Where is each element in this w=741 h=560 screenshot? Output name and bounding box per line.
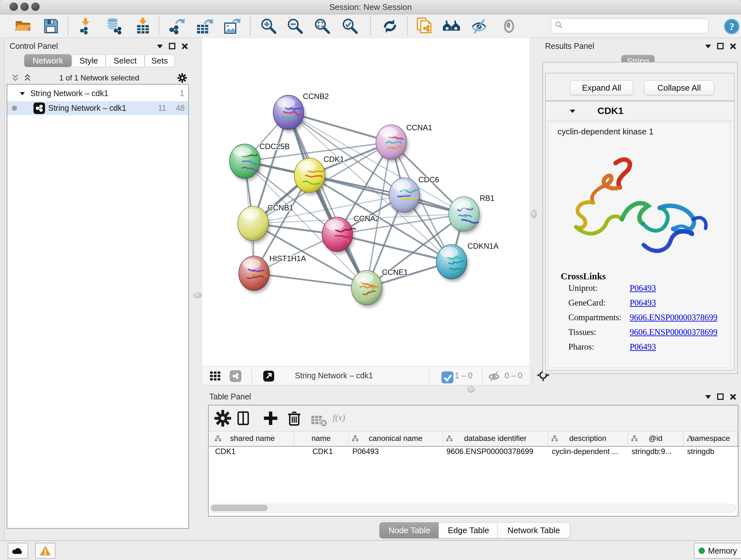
preview-eye-button[interactable] (499, 16, 519, 36)
search-input[interactable] (566, 21, 708, 30)
column-header-@id[interactable]: @id (628, 431, 684, 446)
crosslink-value-link[interactable]: P06493 (630, 283, 656, 293)
hidden-node-edge-counts: 0 – 0 (504, 371, 522, 380)
close-icon[interactable] (729, 42, 737, 51)
collapse-all-icon[interactable] (11, 73, 19, 82)
gene-header-row[interactable]: CDK1 (546, 102, 734, 120)
home-button[interactable] (442, 16, 461, 36)
network-collection-row[interactable]: String Network – cdk1 1 (7, 86, 188, 101)
share-document-button[interactable] (414, 16, 434, 36)
right-splitter-handle[interactable] (531, 210, 537, 218)
toggle-hide-button[interactable] (469, 16, 489, 36)
hidden-eye-slash-icon[interactable] (487, 369, 501, 383)
network-row-selected[interactable]: String Network – cdk1 11 48 (7, 101, 188, 115)
zoom-in-button[interactable] (259, 16, 279, 36)
panel-menu-icon[interactable] (704, 42, 712, 51)
selected-checkbox-icon[interactable] (441, 371, 452, 381)
network-node-CCNA2[interactable]: CCNA2 (322, 214, 380, 254)
expand-all-button[interactable]: Expand All (570, 80, 633, 95)
undock-icon[interactable] (717, 42, 725, 51)
warning-icon (39, 545, 51, 556)
open-session-button[interactable] (13, 16, 33, 36)
cloud-button[interactable] (8, 543, 28, 559)
network-node-count: 11 (158, 104, 166, 113)
string-share-icon[interactable] (229, 369, 242, 383)
crosslink-value-link[interactable]: 9606.ENSP00000378699 (630, 313, 718, 322)
table-cell[interactable]: CDK1 (297, 447, 348, 460)
zoom-out-button[interactable] (285, 16, 305, 36)
left-splitter-handle[interactable] (193, 293, 202, 298)
column-header-name[interactable]: name (293, 431, 349, 446)
tab-style[interactable]: Style (72, 54, 106, 67)
collection-expander-icon[interactable] (19, 90, 26, 97)
show-columns-icon[interactable] (234, 409, 252, 427)
import-table-from-file-button[interactable] (133, 16, 153, 36)
column-header-description[interactable]: description (548, 431, 628, 446)
column-header-canonical-name[interactable]: canonical name (348, 431, 443, 446)
main-toolbar: ? (0, 14, 741, 38)
network-node-CCNB1[interactable]: CCNB1 (238, 203, 293, 243)
delete-column-icon[interactable] (285, 409, 303, 427)
network-node-CDKN1A[interactable]: CDKN1A (436, 242, 498, 282)
scrollbar-thumb[interactable] (211, 505, 268, 511)
bottom-splitter-handle[interactable] (468, 386, 475, 393)
birds-eye-grid-icon[interactable] (208, 369, 222, 383)
import-network-from-file-button[interactable] (76, 16, 95, 36)
panel-menu-icon[interactable] (704, 393, 712, 401)
table-cell[interactable]: 9606.ENSP00000378699 (447, 447, 547, 460)
tab-edge-table[interactable]: Edge Table (439, 522, 498, 538)
crosslink-value-link[interactable]: P06493 (630, 342, 656, 352)
network-node-CCNE1[interactable]: CCNE1 (351, 268, 408, 307)
tab-network[interactable]: Network (24, 54, 71, 67)
crosslink-row: Compartments: 9606.ENSP00000378699 (568, 313, 722, 327)
memory-button[interactable]: Memory (694, 543, 741, 559)
network-canvas[interactable]: CCNB2CCNA1CDC25BCDK1CDC6RB1CCNB1CCNA2CDK… (202, 38, 530, 367)
column-header-database-identifier[interactable]: database identifier (443, 431, 548, 446)
crosslink-value-link[interactable]: P06493 (630, 298, 656, 308)
tab-network-table[interactable]: Network Table (497, 522, 570, 538)
network-footer: String Network – cdk1 1 – 0 0 – 0 (202, 367, 530, 385)
table-cell[interactable]: P06493 (352, 447, 442, 460)
refresh-view-button[interactable] (380, 16, 400, 36)
crosslink-value-link[interactable]: 9606.ENSP00000378699 (630, 327, 718, 337)
network-node-RB1[interactable]: RB1 (449, 194, 495, 234)
expand-all-icon[interactable] (23, 73, 31, 82)
collapse-all-button[interactable]: Collapse All (644, 80, 714, 95)
table-cell[interactable]: stringdb (687, 447, 737, 460)
undock-icon[interactable] (168, 42, 177, 51)
table-settings-gear-icon[interactable] (214, 409, 232, 427)
add-column-icon[interactable] (262, 409, 280, 427)
network-options-gear-icon[interactable] (177, 73, 187, 83)
results-panel-controls (704, 42, 737, 51)
export-network-button[interactable] (166, 16, 186, 36)
undock-icon[interactable] (717, 393, 725, 401)
close-icon[interactable] (181, 42, 189, 51)
network-node-HIST1H1A[interactable]: HIST1H1A (239, 254, 306, 293)
table-cell[interactable]: cyclin-dependent ... (552, 447, 627, 460)
tab-sets[interactable]: Sets (145, 54, 175, 67)
export-image-button[interactable] (222, 16, 242, 36)
zoom-fit-content-button[interactable] (313, 16, 332, 36)
zoom-selected-button[interactable] (340, 16, 360, 36)
warnings-button[interactable] (35, 543, 56, 559)
crosslink-row: Tissues: 9606.ENSP00000378699 (568, 327, 722, 342)
column-header-namespace[interactable]: namespace (683, 431, 738, 446)
table-cell[interactable]: CDK1 (215, 447, 293, 460)
panel-menu-icon[interactable] (156, 42, 164, 51)
open-in-new-icon[interactable] (262, 369, 275, 383)
network-node-CCNB2[interactable]: CCNB2 (273, 92, 329, 132)
column-header-shared-name[interactable]: shared name (211, 431, 294, 446)
horizontal-scrollbar[interactable] (210, 504, 736, 513)
import-network-from-database-button[interactable] (104, 16, 124, 36)
tab-node-table[interactable]: Node Table (380, 522, 440, 538)
table-cell[interactable]: stringdb:9... (631, 447, 683, 460)
export-table-button[interactable] (195, 16, 214, 36)
network-node-CDC25B[interactable]: CDC25B (229, 142, 290, 181)
search-field[interactable] (551, 18, 709, 34)
network-node-CCNA1[interactable]: CCNA1 (376, 123, 432, 162)
tab-select[interactable]: Select (106, 54, 145, 67)
gene-expander-icon[interactable] (569, 107, 576, 115)
help-button[interactable]: ? (724, 18, 740, 35)
save-session-button[interactable] (41, 16, 61, 36)
close-icon[interactable] (729, 393, 737, 401)
